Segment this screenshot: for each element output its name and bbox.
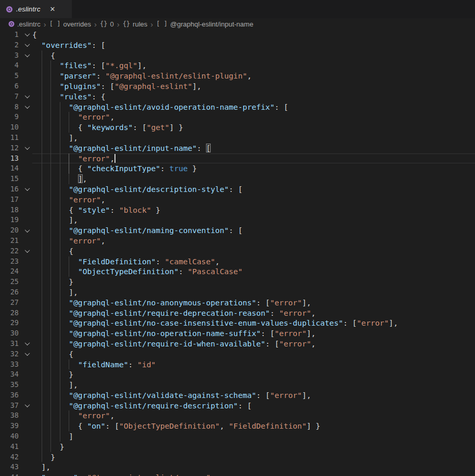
code-line[interactable]: 18 { "style": "block" } [0, 205, 475, 215]
breadcrumb-label: .eslintrc [17, 20, 41, 28]
indent-guide [42, 442, 42, 452]
code-line[interactable]: 33 "fieldName": "id" [0, 359, 475, 370]
code-line[interactable]: 22 { [0, 246, 475, 256]
code-line[interactable]: 3 { [0, 50, 475, 61]
indent-guide [60, 401, 60, 411]
fold-gutter [22, 442, 32, 452]
fold-chevron-icon[interactable] [22, 143, 32, 153]
breadcrumb-item[interactable]: {}0 [100, 20, 114, 28]
code-line[interactable]: 39 { "on": ["ObjectTypeDefinition", "Fie… [0, 421, 475, 431]
code-line[interactable]: 20 "@graphql-eslint/naming-convention": … [0, 225, 475, 236]
code-line[interactable]: 30 "@graphql-eslint/no-operation-name-su… [0, 328, 475, 339]
fold-gutter [22, 431, 32, 442]
code-line[interactable]: 14 { "checkInputType": true } [0, 163, 475, 174]
fold-gutter [22, 410, 32, 421]
indent-guide [42, 401, 42, 411]
object-symbol-icon: {} [123, 20, 130, 28]
code-editor[interactable]: 1{2 "overrides": [3 {4 "files": ["*.gql"… [0, 30, 475, 476]
code-line[interactable]: 25 } [0, 277, 475, 287]
code-line[interactable]: 34 } [0, 369, 475, 380]
code-line[interactable]: 26 ], [0, 287, 475, 298]
fold-gutter [22, 308, 32, 318]
indent-guide [69, 112, 69, 122]
indent-guide [60, 349, 60, 359]
fold-chevron-icon[interactable] [22, 40, 32, 50]
breadcrumb-separator-icon: › [44, 20, 46, 28]
code-line[interactable]: 16 "@graphql-eslint/description-style": … [0, 184, 475, 195]
breadcrumb: .eslintrc›[ ]overrides›{}0›{}rules›[ ]@g… [0, 18, 475, 30]
fold-chevron-icon[interactable] [22, 246, 32, 256]
indent-guide [50, 308, 51, 318]
code-line[interactable]: 32 { [0, 349, 475, 359]
fold-gutter [22, 390, 32, 401]
code-line[interactable]: 28 "@graphql-eslint/require-deprecation-… [0, 308, 475, 318]
fold-chevron-icon[interactable] [22, 401, 32, 411]
indent-guide [60, 287, 60, 298]
code-line[interactable]: 6 "plugins": ["@graphql-eslint"], [0, 81, 475, 92]
fold-chevron-icon[interactable] [22, 102, 32, 112]
code-line[interactable]: 29 "@graphql-eslint/no-case-insensitive-… [0, 318, 475, 328]
code-line[interactable]: 44 "parser": "@typescript-eslint/parser" [0, 472, 475, 476]
breadcrumb-item[interactable]: .eslintrc [8, 20, 41, 28]
code-line[interactable]: 9 "error", [0, 112, 475, 122]
line-number: 9 [0, 112, 22, 122]
code-line[interactable]: 23 "FieldDefinition": "camelCase", [0, 256, 475, 267]
code-line[interactable]: 19 ], [0, 215, 475, 225]
fold-chevron-icon[interactable] [22, 50, 32, 61]
fold-chevron-icon[interactable] [22, 339, 32, 349]
code-line[interactable]: 37 "@graphql-eslint/require-description"… [0, 401, 475, 411]
line-number: 44 [0, 472, 22, 476]
code-line[interactable]: 17 "error", [0, 195, 475, 205]
breadcrumb-item[interactable]: {}rules [123, 20, 148, 28]
tab-eslintrc[interactable]: .eslintrc ✕ [0, 0, 72, 18]
code-line[interactable]: 35 ], [0, 380, 475, 390]
indent-guide [60, 102, 60, 112]
line-number: 10 [0, 122, 22, 133]
fold-chevron-icon[interactable] [22, 225, 32, 236]
indent-guide [50, 71, 51, 81]
fold-chevron-icon[interactable] [22, 30, 32, 40]
code-line[interactable]: 8 "@graphql-eslint/avoid-operation-name-… [0, 102, 475, 112]
code-line[interactable]: 2 "overrides": [ [0, 40, 475, 50]
indent-guide [50, 236, 51, 246]
code-line[interactable]: 42 } [0, 452, 475, 462]
line-number: 31 [0, 339, 22, 349]
breadcrumb-item[interactable]: [ ]@graphql-eslint/input-name [156, 20, 253, 28]
fold-chevron-icon[interactable] [22, 349, 32, 359]
code-line[interactable]: 43 ], [0, 462, 475, 472]
code-line[interactable]: 11 ], [0, 133, 475, 143]
code-line[interactable]: 38 "error", [0, 410, 475, 421]
code-line[interactable]: 5 "parser": "@graphql-eslint/eslint-plug… [0, 71, 475, 81]
code-line[interactable]: 13 "error", [0, 153, 475, 164]
code-line[interactable]: 4 "files": ["*.gql"], [0, 60, 475, 71]
code-line[interactable]: 1{ [0, 30, 475, 40]
fold-gutter [22, 277, 32, 287]
code-line[interactable]: 12 "@graphql-eslint/input-name": [ [0, 143, 475, 153]
code-text: "@graphql-eslint/validate-against-schema… [32, 390, 475, 401]
breadcrumb-item[interactable]: [ ]overrides [49, 20, 91, 28]
fold-chevron-icon[interactable] [22, 184, 32, 195]
indent-guide [42, 339, 42, 349]
code-line[interactable]: 15 ], [0, 174, 475, 184]
code-line[interactable]: 41 } [0, 442, 475, 452]
fold-gutter [22, 472, 32, 476]
indent-guide [50, 256, 51, 267]
indent-guide [69, 256, 69, 267]
indent-guide [50, 92, 51, 102]
code-line[interactable]: 7 "rules": { [0, 92, 475, 102]
code-text: ], [32, 462, 475, 472]
indent-guide [42, 266, 42, 277]
code-line[interactable]: 40 ] [0, 431, 475, 442]
indent-guide [50, 60, 51, 71]
code-line[interactable]: 31 "@graphql-eslint/require-id-when-avai… [0, 339, 475, 349]
code-line[interactable]: 21 "error", [0, 236, 475, 246]
code-line[interactable]: 10 { "keywords": ["get"] } [0, 122, 475, 133]
fold-chevron-icon[interactable] [22, 92, 32, 102]
line-number: 36 [0, 390, 22, 401]
indent-guide [50, 328, 51, 339]
code-line[interactable]: 27 "@graphql-eslint/no-anonymous-operati… [0, 298, 475, 308]
close-icon[interactable]: ✕ [48, 4, 57, 14]
line-number: 37 [0, 401, 22, 411]
code-line[interactable]: 24 "ObjectTypeDefinition": "PascalCase" [0, 266, 475, 277]
code-line[interactable]: 36 "@graphql-eslint/validate-against-sch… [0, 390, 475, 401]
